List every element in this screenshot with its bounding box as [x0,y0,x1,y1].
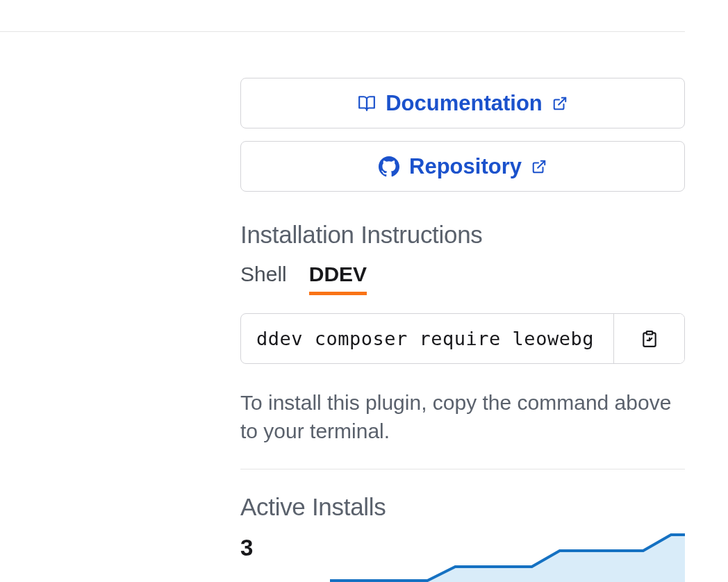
command-box: ddev composer require leowebg [240,313,685,364]
external-link-icon [552,96,568,111]
copy-button[interactable] [613,314,684,363]
clipboard-icon [640,330,659,348]
tab-shell[interactable]: Shell [240,263,287,295]
svg-line-1 [538,160,545,167]
section-divider [240,469,685,469]
book-icon [358,94,376,113]
command-text[interactable]: ddev composer require leowebg [241,314,613,363]
svg-line-0 [559,97,565,104]
installation-title: Installation Instructions [240,221,685,249]
svg-rect-2 [646,331,652,334]
repository-label: Repository [409,154,522,179]
install-help-text: To install this plugin, copy the command… [240,389,685,445]
tab-ddev[interactable]: DDEV [309,263,367,295]
installs-chart [330,533,685,582]
top-divider [0,31,685,32]
documentation-label: Documentation [386,91,543,116]
repository-button[interactable]: Repository [240,141,685,192]
active-installs-value: 3 [240,535,253,561]
active-installs-title: Active Installs [240,493,685,521]
documentation-button[interactable]: Documentation [240,78,685,128]
main-content: Documentation Repository Installation In… [240,78,685,561]
external-link-icon [531,159,547,174]
github-icon [379,156,399,177]
install-tabs: Shell DDEV [240,263,685,295]
